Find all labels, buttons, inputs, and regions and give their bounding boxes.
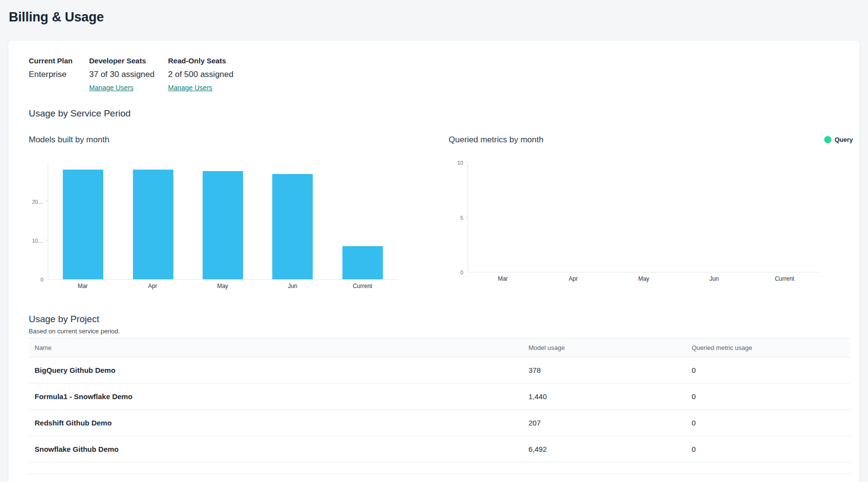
table-row: BigQuery Github Demo3780	[29, 357, 850, 384]
x-axis-label-mar: Mar	[48, 283, 118, 289]
queried-metric-usage-cell: 0	[692, 436, 850, 463]
queried-metrics-chart-title: Queried metrics by month	[449, 135, 820, 146]
y-axis-tick-mark	[466, 162, 468, 162]
bar-slot	[609, 163, 679, 272]
query-legend-dot-icon	[824, 136, 831, 143]
column-header-name: Name	[29, 338, 528, 357]
plan-summary: Current Plan Enterprise Developer Seats …	[29, 57, 850, 92]
y-axis: 0510	[449, 163, 468, 272]
query-legend-label: Query	[834, 136, 853, 143]
readonly-seats-section: Read-Only Seats 2 of 500 assigned Manage…	[168, 57, 233, 92]
current-plan-label: Current Plan	[29, 57, 89, 65]
bar-slot	[258, 163, 327, 279]
table-header-row: Name Model usage Queried metric usage	[29, 338, 850, 357]
x-axis-label-jun: Jun	[258, 283, 328, 289]
project-name-cell: BigQuery Github Demo	[29, 357, 528, 384]
x-axis-label-current: Current	[749, 275, 820, 282]
project-name-cell: Redshift Github Demo	[29, 410, 528, 436]
usage-by-project-subtitle: Based on current service period.	[29, 328, 850, 335]
usage-by-project-table: Name Model usage Queried metric usage Bi…	[29, 338, 850, 463]
bar-slot	[118, 163, 188, 279]
x-axis-label-may: May	[608, 275, 679, 282]
y-axis-tick-mark	[46, 201, 48, 201]
query-legend: Query	[824, 136, 853, 143]
column-header-queried-metric-usage: Queried metric usage	[692, 338, 850, 357]
charts-row: Models built by month 010…20… MarAprMayJ…	[29, 135, 850, 289]
usage-table-body: BigQuery Github Demo3780Formula1 - Snowf…	[29, 357, 850, 463]
x-axis-label-apr: Apr	[118, 283, 188, 289]
project-name-cell: Formula1 - Snowflake Demo	[29, 384, 528, 410]
x-axis-label-current: Current	[327, 283, 397, 289]
developer-seats-label: Developer Seats	[89, 57, 168, 65]
manage-users-readonly-link[interactable]: Manage Users	[168, 84, 212, 92]
bar-slot	[328, 163, 397, 279]
developer-seats-section: Developer Seats 37 of 30 assigned Manage…	[89, 57, 168, 92]
x-axis-label-may: May	[188, 283, 258, 289]
manage-users-developer-link[interactable]: Manage Users	[89, 84, 133, 92]
y-axis-tick-mark	[466, 217, 468, 217]
model-usage-cell: 378	[528, 357, 692, 384]
column-header-model-usage: Model usage	[528, 338, 692, 357]
bar-jun	[272, 174, 313, 279]
bar-apr	[133, 170, 173, 279]
x-axis-label-jun: Jun	[679, 275, 750, 282]
readonly-seats-value: 2 of 500 assigned	[168, 70, 233, 79]
queried-metrics-chart-plot-area: 0510	[449, 163, 820, 272]
y-axis-tick-label: 20…	[32, 199, 43, 205]
queried-metric-usage-cell: 0	[692, 410, 850, 436]
table-bottom-divider	[29, 463, 850, 474]
model-usage-cell: 1,440	[528, 384, 692, 410]
readonly-seats-label: Read-Only Seats	[168, 57, 233, 65]
plot	[48, 163, 397, 280]
bar-slot	[468, 163, 538, 272]
y-axis: 010…20…	[29, 163, 48, 280]
models-built-chart-title: Models built by month	[29, 135, 397, 146]
current-plan-value: Enterprise	[29, 70, 89, 79]
bar-slot	[679, 163, 749, 272]
bar-slot	[750, 163, 820, 272]
usage-by-service-period-title: Usage by Service Period	[29, 108, 850, 119]
plot	[468, 163, 820, 272]
queried-metric-usage-cell: 0	[692, 357, 850, 384]
models-built-chart: Models built by month 010…20… MarAprMayJ…	[29, 135, 397, 289]
y-axis-tick-label: 0	[40, 277, 43, 283]
billing-card: Current Plan Enterprise Developer Seats …	[8, 40, 860, 482]
bar-slot	[538, 163, 608, 272]
developer-seats-value: 37 of 30 assigned	[89, 70, 168, 79]
models-built-chart-plot-area: 010…20…	[29, 163, 397, 280]
bar-slot	[48, 163, 118, 279]
bar-may	[203, 171, 243, 279]
table-row: Snowflake Github Demo6,4920	[29, 436, 850, 463]
x-axis-label-apr: Apr	[538, 275, 609, 282]
y-axis-tick-label: 0	[460, 270, 463, 275]
queried-metric-usage-cell: 0	[692, 384, 850, 410]
page-title: Billing & Usage	[9, 10, 868, 25]
project-name-cell: Snowflake Github Demo	[29, 436, 528, 463]
bar-current	[342, 246, 383, 279]
queried-metrics-chart: Queried metrics by month 0510 MarAprMayJ…	[449, 135, 820, 289]
page-header: Billing & Usage	[0, 0, 868, 25]
bar-mar	[63, 170, 103, 279]
y-axis-tick-label: 10	[457, 160, 463, 166]
bar-slot	[188, 163, 258, 279]
table-row: Formula1 - Snowflake Demo1,4400	[29, 384, 850, 410]
x-axis: MarAprMayJunCurrent	[468, 275, 820, 282]
x-axis-label-mar: Mar	[468, 275, 538, 282]
current-plan-section: Current Plan Enterprise	[29, 57, 89, 92]
model-usage-cell: 6,492	[528, 436, 692, 463]
model-usage-cell: 207	[528, 410, 692, 436]
y-axis-tick-label: 10…	[32, 238, 43, 244]
y-axis-tick-label: 5	[460, 215, 463, 221]
x-axis: MarAprMayJunCurrent	[48, 283, 397, 289]
usage-by-project-title: Usage by Project	[29, 314, 850, 325]
y-axis-tick-mark	[46, 240, 48, 240]
table-row: Redshift Github Demo2070	[29, 410, 850, 436]
